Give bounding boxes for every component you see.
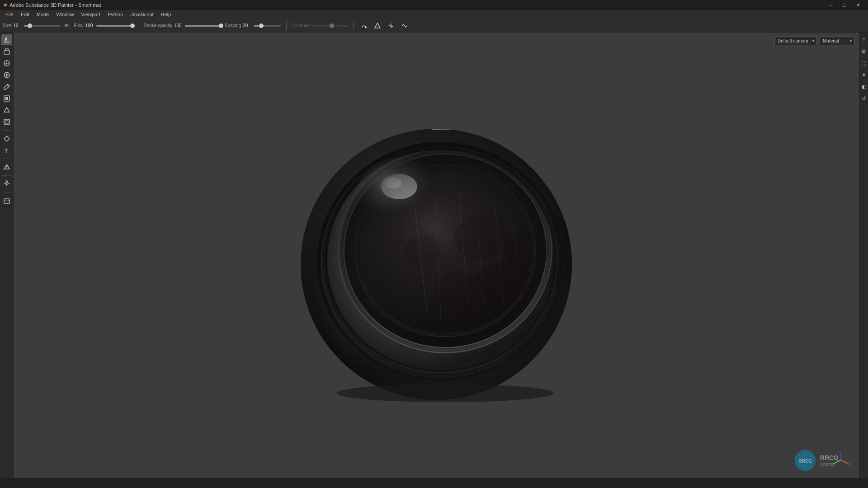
fill-icon bbox=[3, 95, 10, 102]
env-btn[interactable] bbox=[1, 195, 12, 206]
spacing-slider[interactable] bbox=[254, 25, 281, 27]
watermark: RRCG RRCG udemy bbox=[794, 449, 839, 472]
rrcg-logo: RRCG bbox=[794, 449, 816, 472]
menu-item-viewport[interactable]: Viewport bbox=[77, 11, 104, 18]
stroke-type-btn[interactable] bbox=[359, 21, 369, 31]
svg-rect-15 bbox=[4, 119, 9, 125]
size-label: Size bbox=[3, 23, 11, 28]
clone-tool-btn[interactable] bbox=[1, 58, 12, 69]
viewport-controls: Default camera Top Bottom Left Right Fro… bbox=[774, 36, 854, 45]
color-picker-btn[interactable] bbox=[1, 81, 12, 92]
menu-item-mode[interactable]: Mode bbox=[33, 11, 53, 18]
display-select[interactable]: Material Base Color Roughness Metallic N… bbox=[820, 36, 854, 45]
size-slider[interactable] bbox=[24, 25, 60, 27]
eraser-tool-btn[interactable] bbox=[1, 46, 12, 57]
menu-item-help[interactable]: Help bbox=[157, 11, 175, 18]
titlebar-left: ■ Adobe Substance 3D Painter - Smart mat bbox=[4, 2, 101, 8]
menu-item-javascript[interactable]: JavaScript bbox=[127, 11, 157, 18]
window-title: Adobe Substance 3D Painter - Smart mat bbox=[9, 2, 101, 8]
svg-point-17 bbox=[6, 166, 7, 168]
stroke-lazy-btn[interactable] bbox=[373, 21, 382, 31]
transform-icon bbox=[3, 135, 10, 142]
polygon-fill-btn[interactable] bbox=[1, 105, 12, 116]
close-button[interactable]: ✕ bbox=[852, 1, 864, 9]
display-panel-btn[interactable]: ◐ bbox=[860, 81, 868, 92]
stroke-opacity-group: Stroke opacity 100 bbox=[144, 23, 221, 28]
stroke-opacity-value: 100 bbox=[174, 23, 183, 28]
watermark-text: RRCG udemy bbox=[820, 454, 839, 467]
layers-panel-btn[interactable]: ≡ bbox=[860, 34, 868, 45]
stroke-lazy-icon bbox=[374, 23, 381, 29]
stroke-sym-btn[interactable] bbox=[386, 21, 396, 31]
flow-label: Flow bbox=[74, 23, 83, 28]
svg-text:Z: Z bbox=[840, 451, 842, 452]
menu-bar: FileEditModeWindowViewportPythonJavaScri… bbox=[0, 10, 868, 19]
menu-item-window[interactable]: Window bbox=[52, 11, 77, 18]
toolbar: Size 10 ✏ Flow 100 Stroke opacity 100 Sp… bbox=[0, 19, 868, 33]
color-picker-icon bbox=[3, 83, 10, 90]
size-value: 10 bbox=[13, 23, 22, 28]
smudge-tool-btn[interactable] bbox=[1, 70, 12, 80]
tool-separator-1 bbox=[2, 130, 11, 131]
separator-2 bbox=[286, 21, 287, 30]
svg-line-11 bbox=[7, 85, 9, 87]
text-btn[interactable]: T bbox=[1, 145, 12, 156]
maximize-button[interactable]: □ bbox=[838, 1, 851, 9]
sphere-svg bbox=[278, 97, 594, 413]
separator-3 bbox=[353, 21, 354, 30]
svg-rect-3 bbox=[4, 51, 9, 54]
eraser-icon bbox=[3, 48, 10, 55]
svg-text:T: T bbox=[5, 148, 8, 154]
svg-marker-0 bbox=[365, 26, 367, 28]
brand-name: RRCG bbox=[820, 454, 839, 461]
projection-btn[interactable] bbox=[1, 117, 12, 127]
camera-select[interactable]: Default camera Top Bottom Left Right Fro… bbox=[774, 36, 817, 45]
menu-item-file[interactable]: File bbox=[2, 11, 17, 18]
flow-slider[interactable] bbox=[96, 25, 132, 27]
left-tool-panel: T bbox=[0, 33, 14, 478]
stroke-type-icon bbox=[361, 23, 367, 29]
paint-tool-btn[interactable] bbox=[1, 34, 12, 45]
anchor-icon bbox=[3, 180, 10, 188]
stroke-wrap-btn[interactable] bbox=[400, 21, 410, 31]
flow-value: 100 bbox=[85, 23, 94, 28]
spacing-value: 20 bbox=[243, 23, 252, 28]
status-bar bbox=[0, 478, 868, 488]
viewport[interactable]: Default camera Top Bottom Left Right Fro… bbox=[14, 33, 859, 478]
anchor-btn[interactable] bbox=[1, 178, 12, 189]
menu-item-python[interactable]: Python bbox=[104, 11, 127, 18]
tool-separator-2 bbox=[2, 159, 11, 159]
transform-btn[interactable] bbox=[1, 133, 12, 144]
svg-text:X: X bbox=[848, 463, 850, 466]
fill-tool-btn[interactable] bbox=[1, 93, 12, 104]
spacing-label: Spacing bbox=[225, 23, 241, 28]
svg-rect-2 bbox=[4, 42, 9, 42]
spacing-group: Spacing 20 bbox=[225, 23, 281, 28]
stroke-opacity-label: Stroke opacity bbox=[144, 23, 172, 28]
minimize-button[interactable]: ─ bbox=[825, 1, 837, 9]
separator-1 bbox=[138, 21, 138, 30]
stroke-wrap-icon bbox=[401, 23, 408, 29]
svg-line-53 bbox=[841, 460, 848, 464]
svg-rect-19 bbox=[4, 199, 9, 203]
stroke-sym-icon bbox=[388, 23, 394, 29]
3d-object-container bbox=[278, 97, 594, 413]
distance-label: Distance bbox=[292, 23, 310, 28]
polygon-fill-icon bbox=[3, 107, 10, 114]
right-tool-panel: ≡ ⚙ ⬚ ✦ ◐ ↺ bbox=[859, 33, 868, 478]
menu-item-edit[interactable]: Edit bbox=[17, 11, 33, 18]
textures-panel-btn[interactable]: ⬚ bbox=[860, 58, 868, 69]
svg-rect-13 bbox=[5, 97, 8, 100]
titlebar-controls: ─ □ ✕ bbox=[825, 1, 864, 9]
svg-marker-1 bbox=[375, 23, 380, 28]
distance-slider[interactable] bbox=[311, 25, 348, 27]
svg-text:RRCG: RRCG bbox=[798, 459, 812, 464]
effects-panel-btn[interactable]: ✦ bbox=[860, 70, 868, 80]
history-panel-btn[interactable]: ↺ bbox=[860, 93, 868, 104]
bake-btn[interactable] bbox=[1, 162, 12, 173]
paint-brush-icon bbox=[3, 36, 10, 43]
properties-panel-btn[interactable]: ⚙ bbox=[860, 46, 868, 57]
stroke-opacity-slider[interactable] bbox=[185, 25, 221, 27]
size-group: Size 10 bbox=[3, 23, 60, 28]
display-select-wrapper: Material Base Color Roughness Metallic N… bbox=[820, 36, 854, 45]
